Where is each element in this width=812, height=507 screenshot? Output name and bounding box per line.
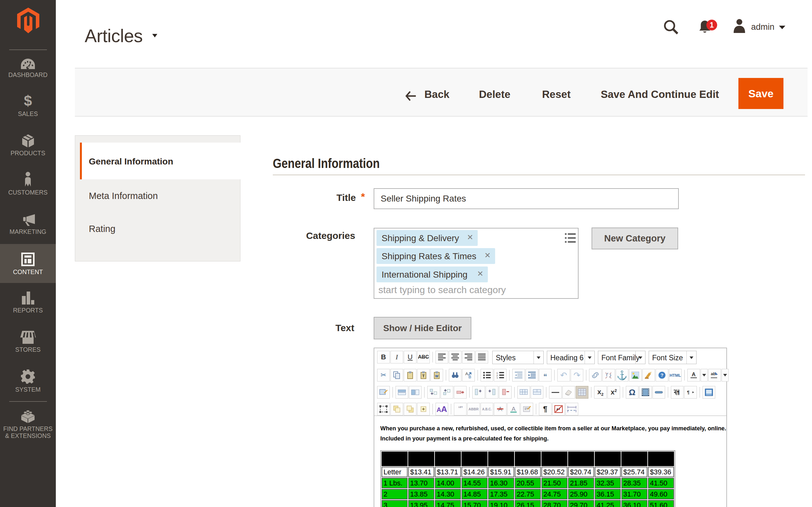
svg-text:3: 3 — [496, 377, 498, 379]
svg-text:A: A — [692, 372, 696, 377]
svg-text:W: W — [435, 374, 439, 378]
svg-text:¶: ¶ — [677, 390, 680, 395]
svg-text:A: A — [512, 406, 516, 412]
svg-text:A: A — [465, 372, 468, 376]
svg-text:$: $ — [24, 94, 32, 108]
svg-text:T: T — [422, 374, 425, 378]
svg-text:¶: ¶ — [687, 390, 690, 395]
svg-text:B: B — [468, 375, 471, 379]
svg-text:?: ? — [660, 372, 663, 378]
svg-text:ab: ab — [711, 372, 716, 376]
